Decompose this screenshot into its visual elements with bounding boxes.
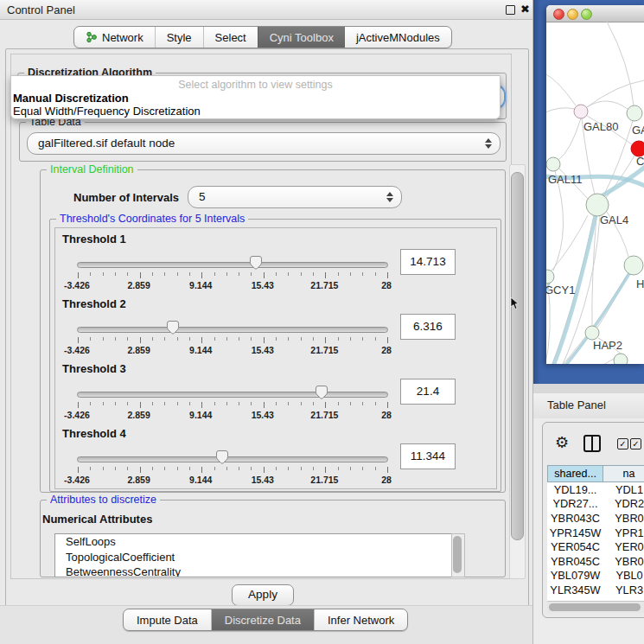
- scrollbar-thumb[interactable]: [453, 536, 462, 573]
- split-columns-icon[interactable]: [583, 435, 601, 452]
- tab-cyni-toolbox[interactable]: Cyni Toolbox: [258, 27, 345, 48]
- threshold-1-slider[interactable]: -3.426 2.859 9.144 15.43 21.715 28: [77, 257, 386, 291]
- column-header-shared-name[interactable]: shared...: [547, 465, 603, 482]
- screen: Control Panel ✖ Network Style Select Cyn…: [0, 0, 644, 644]
- table-header-row: shared... na: [547, 465, 644, 482]
- spinner-arrows-icon: [386, 192, 393, 202]
- network-canvas[interactable]: GAL80 GA C GAL11 GAL4 GCY1 H HAP2: [546, 22, 644, 364]
- table-row[interactable]: YPR145WYPR1: [547, 526, 644, 540]
- slider-track[interactable]: [77, 262, 388, 268]
- table-row[interactable]: YER054CYER0: [547, 539, 644, 554]
- dropdown-option-manual[interactable]: Manual Discretization: [13, 92, 129, 105]
- interval-definition-title: Interval Definition: [47, 163, 137, 175]
- list-item[interactable]: SelfLoops: [55, 534, 452, 550]
- number-of-intervals-spinner[interactable]: 5: [188, 186, 402, 208]
- checkbox-icon[interactable]: ✓: [617, 438, 628, 450]
- slider-track[interactable]: [77, 327, 388, 333]
- node-h: [624, 256, 643, 275]
- tab-jactivemnodules[interactable]: jActiveMNodules: [345, 27, 451, 48]
- node-bottom-partial: [614, 354, 628, 364]
- algorithm-dropdown-popup: Select algorithm to view settings Manual…: [10, 75, 501, 119]
- node-gal11: [546, 157, 560, 171]
- slider-thumb[interactable]: [249, 255, 263, 270]
- threshold-3-label: Threshold 3: [62, 362, 126, 375]
- panel-title: Control Panel: [7, 3, 75, 16]
- node-gal80: [574, 105, 588, 118]
- slider-thumb[interactable]: [315, 385, 328, 399]
- tab-infer-network[interactable]: Infer Network: [314, 609, 407, 630]
- slider-track[interactable]: [77, 392, 388, 398]
- table-row[interactable]: YLR345WYLR3: [547, 583, 644, 597]
- tab-select[interactable]: Select: [203, 27, 258, 48]
- slider-thumb[interactable]: [166, 320, 180, 335]
- tab-discretize-data[interactable]: Discretize Data: [211, 609, 314, 630]
- table-row[interactable]: YDR27...YDR2: [547, 497, 644, 512]
- node-top-right: [627, 105, 642, 121]
- network-window-titlebar: [546, 5, 644, 22]
- numerical-attributes-label: Numerical Attributes: [42, 513, 152, 526]
- interval-definition-group: Interval Definition Number of Intervals …: [40, 169, 506, 493]
- threshold-2-value-input[interactable]: 6.316: [400, 314, 456, 340]
- slider-major-ticks: [78, 272, 388, 278]
- threshold-1-value-input[interactable]: 14.713: [400, 249, 456, 275]
- close-traffic-light-icon[interactable]: [553, 9, 564, 20]
- numerical-attributes-list[interactable]: SelfLoops TopologicalCoefficient Between…: [54, 533, 453, 577]
- tab-network[interactable]: Network: [74, 27, 155, 48]
- zoom-traffic-light-icon[interactable]: [581, 9, 592, 20]
- slider-tick-labels: -3.426 2.859 9.144 15.43 21.715 28: [77, 410, 386, 420]
- node-label-gcy1: GCY1: [546, 284, 575, 296]
- slider-major-ticks: [78, 337, 388, 343]
- close-icon[interactable]: ✖: [520, 3, 530, 16]
- table-row[interactable]: YBR043CYBR0: [547, 511, 644, 526]
- tab-impute-data[interactable]: Impute Data: [124, 609, 211, 630]
- bottom-tab-bar: Impute Data Discretize Data Infer Networ…: [123, 609, 408, 631]
- dropdown-hint: Select algorithm to view settings: [11, 79, 500, 91]
- threshold-2-slider[interactable]: -3.426 2.859 9.144 15.43 21.715 28: [77, 322, 386, 356]
- gear-icon[interactable]: ⚙: [555, 433, 569, 451]
- thresholds-group-title: Threshold's Coordinates for 5 Intervals: [56, 213, 248, 225]
- node-label-ga-cut: GA: [632, 124, 644, 137]
- slider-major-ticks: [78, 467, 388, 473]
- float-window-icon[interactable]: [506, 5, 515, 15]
- table-data-combobox[interactable]: galFiltered.sif default node: [27, 132, 501, 155]
- node-label-gal80: GAL80: [583, 120, 618, 133]
- scrollbar-thumb[interactable]: [511, 172, 524, 540]
- attributes-group-title: Attributes to discretize: [47, 494, 160, 506]
- checkbox-icon[interactable]: ✓: [630, 438, 641, 450]
- network-icon: [86, 31, 98, 43]
- list-item[interactable]: BetweennessCentrality: [55, 564, 452, 577]
- slider-tick-labels: -3.426 2.859 9.144 15.43 21.715 28: [77, 475, 386, 485]
- tab-style[interactable]: Style: [155, 27, 203, 48]
- slider-track[interactable]: [77, 456, 388, 462]
- table-horizontal-scrollbar[interactable]: [547, 601, 644, 613]
- slider-thumb[interactable]: [215, 450, 229, 464]
- node-label-gal4: GAL4: [600, 214, 628, 226]
- table-data-selected-value: galFiltered.sif default node: [38, 137, 175, 150]
- scrollbar-thumb[interactable]: [549, 603, 641, 611]
- node-label-c-cut: C: [636, 155, 644, 168]
- table-panel-box: ⚙ ✓ ✓ shared... na YDL19...YDL1 YDR27...…: [542, 422, 644, 618]
- mouse-cursor: [510, 297, 520, 311]
- threshold-4-value-input[interactable]: 11.344: [400, 443, 456, 469]
- dropdown-option-equal-width[interactable]: Equal Width/Frequency Discretization: [13, 105, 201, 118]
- threshold-4-label: Threshold 4: [62, 427, 126, 440]
- threshold-1-label: Threshold 1: [62, 233, 126, 245]
- tab-network-label: Network: [102, 31, 143, 44]
- threshold-3-panel: Threshold 3 -3.426 2.859 9.144 15.43: [55, 358, 494, 424]
- threshold-3-value-input[interactable]: 21.4: [400, 379, 456, 405]
- node-table[interactable]: shared... na YDL19...YDL1 YDR27...YDR2 Y…: [547, 465, 644, 601]
- list-item[interactable]: TopologicalCoefficient: [55, 550, 452, 565]
- settings-vertical-scrollbar[interactable]: [509, 164, 526, 579]
- table-row[interactable]: YDL19...YDL1: [547, 482, 644, 497]
- column-header-name[interactable]: na: [603, 465, 644, 482]
- number-of-intervals-label: Number of Intervals: [73, 191, 179, 204]
- control-panel: Control Panel ✖ Network Style Select Cyn…: [0, 0, 533, 644]
- apply-button[interactable]: Apply: [232, 584, 294, 606]
- threshold-1-panel: Threshold 1 -3.426 2.859 9.144 15.43: [55, 228, 494, 294]
- minimize-traffic-light-icon[interactable]: [567, 9, 578, 20]
- list-vertical-scrollbar[interactable]: [451, 533, 465, 577]
- threshold-4-slider[interactable]: -3.426 2.859 9.144 15.43 21.715 28: [77, 451, 386, 486]
- table-row[interactable]: YBR045CYBR0: [547, 554, 644, 569]
- threshold-3-slider[interactable]: -3.426 2.859 9.144 15.43 21.715 28: [77, 386, 386, 421]
- table-row[interactable]: YBL079WYBL0: [547, 569, 644, 583]
